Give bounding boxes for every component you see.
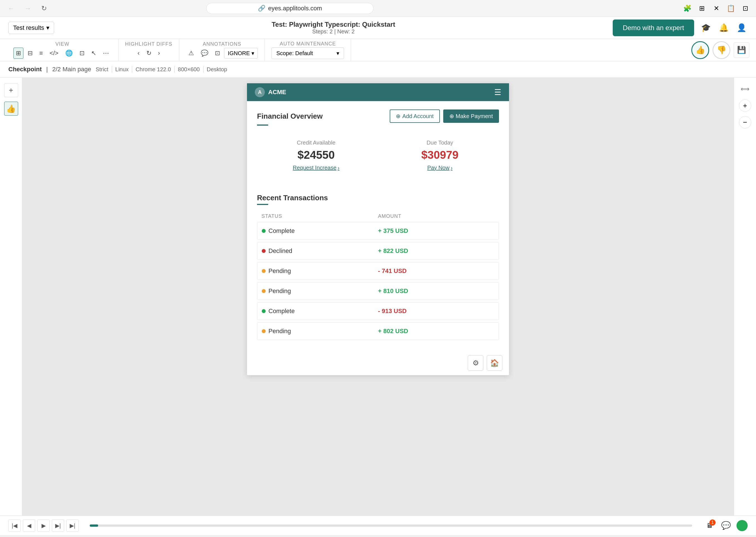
crop-button[interactable]: ⊡ <box>77 48 87 59</box>
bell-icon[interactable]: 🔔 <box>718 22 730 34</box>
globe-button[interactable]: 🌐 <box>63 48 75 59</box>
status-cell: Complete <box>262 227 378 234</box>
make-payment-label: Make Payment <box>456 113 493 119</box>
view-label: VIEW <box>56 41 69 47</box>
transactions-list: Complete + 375 USD Declined + 822 USD Pe… <box>257 222 499 340</box>
url-bar: 🔗 eyes.applitools.com <box>206 3 374 14</box>
scope-dropdown-arrow: ▾ <box>336 50 339 57</box>
scope-label: Scope: Default <box>276 50 313 57</box>
split-view-button[interactable]: ⊟ <box>25 48 35 59</box>
extension-icon-4[interactable]: 📋 <box>726 3 736 13</box>
status-dot <box>262 329 266 333</box>
steps-label: Steps: 2 <box>312 28 333 34</box>
next-page-button[interactable]: ▶| <box>52 519 64 532</box>
main-content: + 👍 A ACME ☰ Financial Overview ⊕ <box>0 78 756 516</box>
due-today-item: Due Today $30979 Pay Now › <box>381 140 499 171</box>
forward-button[interactable]: → <box>22 3 33 13</box>
viewport: A ACME ☰ Financial Overview ⊕ Add Accoun… <box>22 78 734 516</box>
left-sidebar: + 👍 <box>0 78 22 516</box>
credit-grid: Credit Available $24550 Request Increase… <box>257 134 499 177</box>
chat-icon[interactable]: 💬 <box>721 521 731 530</box>
prev-diff-button[interactable]: ‹ <box>135 48 142 59</box>
region-annotation-button[interactable]: ⊡ <box>212 48 222 59</box>
home-button[interactable]: 🏠 <box>487 355 502 371</box>
ignore-label: IGNORE <box>228 50 250 57</box>
right-sidebar: ⟺ + − <box>734 78 756 516</box>
refresh-diff-button[interactable]: ↻ <box>144 48 154 59</box>
test-subtitle: Steps: 2 | New: 2 <box>272 28 395 35</box>
warning-annotation-button[interactable]: ⚠ <box>186 48 197 59</box>
first-page-button[interactable]: |◀ <box>8 519 21 532</box>
table-row: Declined + 822 USD <box>257 242 499 260</box>
next-diff-button[interactable]: › <box>156 48 162 59</box>
status-dot <box>262 309 266 313</box>
amount-cell: + 375 USD <box>378 227 494 234</box>
back-button[interactable]: ← <box>6 3 17 13</box>
comment-annotation-button[interactable]: 💬 <box>198 48 211 59</box>
extension-icon-3[interactable]: ✕ <box>711 3 722 13</box>
meta-os: Linux <box>112 66 132 73</box>
checkpoint-step: 2/2 Main page <box>52 66 91 73</box>
dropdown-arrow-icon: ▾ <box>46 24 49 31</box>
save-button[interactable]: 💾 <box>734 42 749 58</box>
user-icon[interactable]: 👤 <box>735 22 748 34</box>
credit-available-item: Credit Available $24550 Request Increase… <box>257 140 375 171</box>
acme-footer: ⚙ 🏠 <box>247 351 509 375</box>
add-account-button[interactable]: ⊕ Add Account <box>390 109 440 123</box>
settings-button[interactable]: ⚙ <box>468 355 483 371</box>
play-button[interactable]: ▶ <box>37 519 50 532</box>
request-increase-link[interactable]: Request Increase › <box>293 165 339 171</box>
status-text: Pending <box>268 328 291 335</box>
app-header: Test results ▾ Test: Playwright Typescri… <box>0 17 756 39</box>
cursor-button[interactable]: ↖ <box>89 48 99 59</box>
graduation-cap-icon[interactable]: 🎓 <box>700 22 712 34</box>
status-dot <box>262 289 266 293</box>
add-button[interactable]: + <box>4 83 18 97</box>
last-page-button[interactable]: ▶| <box>67 519 79 532</box>
action-buttons: ⊕ Add Account ⊕ Make Payment <box>390 109 499 123</box>
extension-icon-1[interactable]: 🧩 <box>683 3 692 13</box>
request-increase-text: Request Increase <box>293 165 336 171</box>
layers-button[interactable]: ≡ <box>37 48 45 59</box>
hamburger-menu-icon[interactable]: ☰ <box>494 88 501 97</box>
plus-icon: ⊕ <box>396 113 401 119</box>
pay-now-arrow-icon: › <box>451 165 453 171</box>
refresh-button[interactable]: ↻ <box>39 3 49 13</box>
code-view-button[interactable]: </> <box>47 48 61 59</box>
transactions-section: Recent Transactions STATUS AMOUNT Comple… <box>247 193 509 351</box>
status-text: Declined <box>268 247 292 255</box>
credit-amount: $24550 <box>257 149 375 161</box>
test-info: Test: Playwright Typescript: Quickstart … <box>272 21 395 35</box>
acme-header: A ACME ☰ <box>247 83 509 101</box>
thumbs-up-sidebar-button[interactable]: 👍 <box>4 102 18 116</box>
extension-icon-5[interactable]: ⊡ <box>740 3 750 13</box>
zoom-in-button[interactable]: + <box>739 100 751 112</box>
table-row: Complete - 913 USD <box>257 302 499 320</box>
make-payment-button[interactable]: ⊕ Make Payment <box>443 109 499 123</box>
amount-cell: - 913 USD <box>378 308 494 315</box>
credit-available-label: Credit Available <box>257 140 375 146</box>
status-cell: Pending <box>262 328 378 335</box>
extension-icon-2[interactable]: ⊞ <box>697 3 707 13</box>
thumbs-up-button[interactable]: 👍 <box>691 41 709 59</box>
progress-bar <box>90 524 692 527</box>
demo-with-expert-button[interactable]: Demo with an expert <box>613 20 694 36</box>
scope-dropdown[interactable]: Scope: Default ▾ <box>272 47 344 59</box>
arrow-icon: › <box>337 165 339 171</box>
test-results-dropdown[interactable]: Test results ▾ <box>8 22 54 34</box>
amount-cell: - 741 USD <box>378 268 494 275</box>
expand-icon[interactable]: ⟺ <box>738 83 752 95</box>
pay-now-link[interactable]: Pay Now › <box>427 165 453 171</box>
thumbs-down-button[interactable]: 👎 <box>713 41 730 59</box>
zoom-out-button[interactable]: − <box>739 116 751 128</box>
prev-page-button[interactable]: ◀ <box>23 519 35 532</box>
meta-type: Desktop <box>203 66 231 73</box>
more-button[interactable]: ⋯ <box>100 48 111 59</box>
ignore-dropdown[interactable]: IGNORE ▾ <box>224 48 258 59</box>
acme-logo-circle: A <box>255 87 265 97</box>
notification-badge[interactable]: 🖥 1 <box>703 519 716 532</box>
grid-view-button[interactable]: ⊞ <box>13 48 23 59</box>
payment-icon: ⊕ <box>449 113 454 119</box>
table-row: Pending + 802 USD <box>257 322 499 340</box>
status-indicator <box>736 520 748 531</box>
